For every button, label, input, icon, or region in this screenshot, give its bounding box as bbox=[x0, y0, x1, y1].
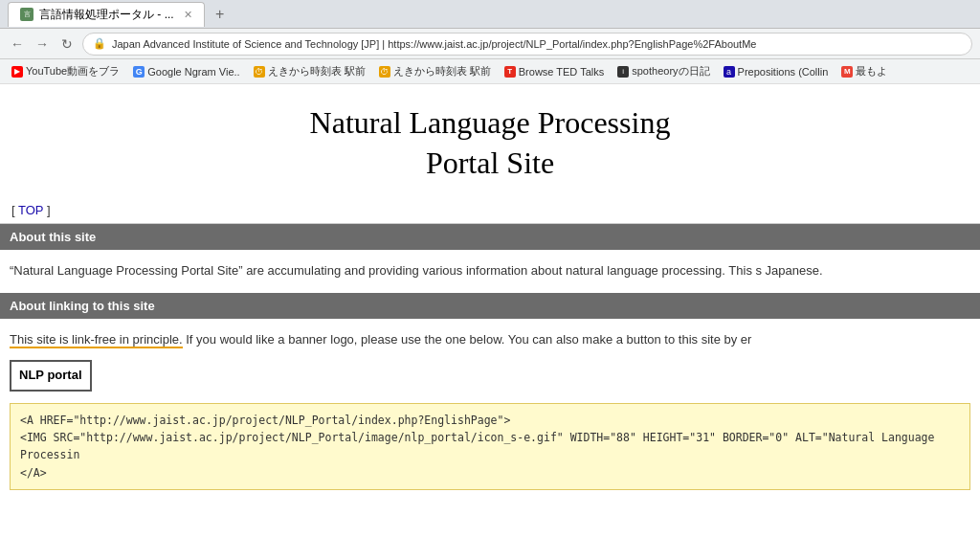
lock-icon: 🔒 bbox=[93, 37, 106, 50]
tab-favicon: 言 bbox=[20, 8, 33, 21]
section1-title: About this site bbox=[10, 230, 96, 244]
bookmark-gmail-label: 最もよ bbox=[856, 64, 887, 78]
ekikara1-favicon: ⏱ bbox=[254, 66, 265, 78]
spoth-favicon: i bbox=[617, 66, 629, 78]
section1-text: “Natural Language Processing Portal Site… bbox=[10, 263, 823, 278]
ekikara2-favicon: ⏱ bbox=[379, 66, 390, 78]
browser-titlebar: 言 言語情報処理ポータル - ... ✕ + bbox=[0, 0, 980, 29]
bookmark-youtube[interactable]: ▶ YouTube動画をブラ bbox=[6, 62, 125, 80]
active-tab[interactable]: 言 言語情報処理ポータル - ... ✕ bbox=[8, 2, 205, 27]
section2-suffix: If you would like a banner logo, please … bbox=[183, 332, 752, 347]
top-bracket-close: ] bbox=[43, 203, 50, 217]
link-free-text: This site is link-free in principle. bbox=[10, 332, 183, 348]
url-text: Japan Advanced Institute of Science and … bbox=[112, 38, 756, 50]
url-bar[interactable]: 🔒 Japan Advanced Institute of Science an… bbox=[82, 33, 972, 56]
section2-content: This site is link-free in principle. If … bbox=[0, 319, 980, 502]
bookmark-ted-label: Browse TED Talks bbox=[519, 66, 604, 78]
bookmark-gmail[interactable]: M 最もよ bbox=[835, 62, 893, 80]
ted-favicon: T bbox=[504, 66, 516, 78]
section1-content: “Natural Language Processing Portal Site… bbox=[0, 250, 980, 293]
nlp-portal-label: NLP portal bbox=[19, 368, 82, 382]
new-tab-button[interactable]: + bbox=[211, 5, 230, 24]
prepos-favicon: a bbox=[724, 66, 735, 78]
top-bracket-open: [ bbox=[11, 203, 18, 217]
section1-header: About this site bbox=[0, 224, 980, 250]
top-link[interactable]: TOP bbox=[18, 203, 43, 217]
section2-header: About linking to this site bbox=[0, 293, 980, 319]
bookmark-prepos-label: Prepositions (Collin bbox=[738, 66, 829, 78]
bookmark-ekikara2-label: えきから時刻表 駅前 bbox=[393, 64, 491, 78]
bookmarks-bar: ▶ YouTube動画をブラ G Google Ngram Vie.. ⏱ えき… bbox=[0, 59, 980, 84]
top-nav: [ TOP ] bbox=[0, 197, 980, 224]
code-block: <A HREF="http://www.jaist.ac.jp/project/… bbox=[10, 403, 970, 491]
bookmark-ekikara1-label: えきから時刻表 駅前 bbox=[268, 64, 366, 78]
bookmark-spoth-label: spotheoryの日記 bbox=[632, 64, 709, 78]
forward-button[interactable]: → bbox=[33, 34, 52, 54]
gmail-favicon: M bbox=[841, 66, 853, 78]
bookmark-ekikara1[interactable]: ⏱ えきから時刻表 駅前 bbox=[248, 62, 371, 80]
bookmark-ekikara2[interactable]: ⏱ えきから時刻表 駅前 bbox=[373, 62, 497, 80]
page-header: Natural Language Processing Portal Site bbox=[0, 84, 980, 197]
section2-title: About linking to this site bbox=[10, 299, 155, 313]
tab-title: 言語情報処理ポータル - ... bbox=[39, 7, 174, 23]
bookmark-google-label: Google Ngram Vie.. bbox=[147, 66, 239, 78]
bookmark-ted[interactable]: T Browse TED Talks bbox=[499, 64, 610, 79]
bookmark-spoth[interactable]: i spotheoryの日記 bbox=[612, 62, 715, 80]
code-line2: <IMG SRC="http://www.jaist.ac.jp/project… bbox=[20, 429, 960, 464]
youtube-favicon: ▶ bbox=[11, 66, 23, 78]
nlp-portal-button: NLP portal bbox=[10, 360, 92, 392]
refresh-button[interactable]: ↻ bbox=[57, 34, 77, 54]
bookmark-youtube-label: YouTube動画をブラ bbox=[26, 64, 120, 78]
back-button[interactable]: ← bbox=[8, 34, 27, 54]
code-line1: <A HREF="http://www.jaist.ac.jp/project/… bbox=[20, 412, 960, 429]
page-content: Natural Language Processing Portal Site … bbox=[0, 84, 980, 502]
page-title: Natural Language Processing Portal Site bbox=[19, 103, 961, 183]
bookmark-google-ngram[interactable]: G Google Ngram Vie.. bbox=[127, 64, 245, 79]
address-bar: ← → ↻ 🔒 Japan Advanced Institute of Scie… bbox=[0, 29, 980, 59]
bookmark-prepos[interactable]: a Prepositions (Collin bbox=[718, 64, 835, 79]
tab-close-button[interactable]: ✕ bbox=[184, 9, 192, 21]
google-favicon: G bbox=[133, 66, 145, 78]
code-line3: </A> bbox=[20, 464, 960, 482]
section2-text: This site is link-free in principle. If … bbox=[10, 330, 970, 350]
